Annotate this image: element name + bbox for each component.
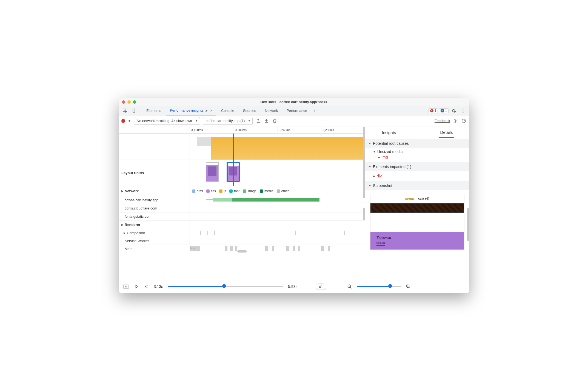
preview-gap (370, 213, 464, 232)
export-icon[interactable] (255, 118, 261, 123)
host-label[interactable]: coffee-cart.netlify.app (119, 196, 190, 204)
message-icon: = (441, 109, 444, 112)
main-task[interactable] (265, 246, 268, 251)
collapse-sidebar-icon[interactable]: › (361, 198, 365, 208)
main-task[interactable] (293, 246, 295, 251)
tab-console[interactable]: Console (217, 106, 238, 115)
chevron-right-icon: ▶ (121, 223, 124, 226)
record-menu-icon[interactable]: ▼ (128, 119, 131, 123)
legend-item: css (206, 189, 216, 193)
root-causes-header[interactable]: ▼ Potential root causes (365, 139, 469, 148)
swatch-css (206, 189, 210, 193)
playback-end: 5.93s (288, 284, 297, 289)
errors-badge[interactable]: × 1 (429, 108, 438, 113)
long-task-block[interactable] (211, 137, 365, 160)
import-icon[interactable] (264, 118, 269, 123)
compositor-row: ▶ Compositor (119, 229, 365, 237)
screenshot-header[interactable]: ▼ Screenshot (365, 181, 469, 190)
panel-settings-icon[interactable] (453, 118, 458, 123)
frame-tick (295, 231, 296, 235)
time-ruler[interactable]: 3,160ms 3,200ms 3,240ms 3,280ms (119, 126, 365, 134)
tasks-track (119, 134, 365, 160)
ruler-tick: 3,280ms (321, 126, 365, 133)
main-task[interactable] (321, 246, 324, 251)
tab-sources[interactable]: Sources (239, 106, 260, 115)
horizontal-scrollbar[interactable] (237, 250, 247, 253)
throttling-dropdown[interactable]: No network throttling, 4× slowdown (134, 117, 200, 125)
help-icon[interactable] (461, 118, 467, 123)
zoom-in-icon[interactable] (406, 284, 411, 289)
request-bar[interactable] (232, 198, 319, 202)
main-content: 3,160ms 3,200ms 3,240ms 3,280ms Layo (119, 126, 469, 280)
play-icon[interactable] (134, 284, 139, 289)
root-causes-section: ▼ Potential root causes ▼ Unsized media … (365, 139, 469, 162)
main-task[interactable] (286, 246, 289, 251)
feedback-link[interactable]: Feedback (435, 119, 450, 123)
element-link[interactable]: img (382, 155, 388, 159)
unsized-tag-item[interactable]: ▶ img (373, 154, 466, 160)
swatch-html (192, 189, 195, 193)
task-pre-segment (197, 137, 211, 146)
layout-shift-thumb[interactable] (206, 162, 219, 182)
tab-network[interactable]: Network (261, 106, 282, 115)
device-toggle-icon[interactable] (130, 107, 138, 114)
close-tab-icon[interactable]: × (210, 108, 212, 113)
preview-toggle-icon[interactable] (123, 284, 129, 289)
tab-performance-insights[interactable]: Performance insights × (166, 106, 216, 115)
preview-menu-link: menu (405, 196, 414, 201)
network-label[interactable]: ▶ Network (119, 186, 190, 196)
record-button[interactable] (121, 119, 125, 123)
host-label[interactable]: fonts.gstatic.com (119, 212, 190, 220)
zoom-slider[interactable] (357, 286, 401, 287)
messages-badge[interactable]: = 1 (439, 108, 449, 113)
chevron-down-icon: ▼ (369, 142, 371, 145)
chevron-down-icon: ▼ (373, 150, 376, 153)
tab-performance[interactable]: Performance (283, 106, 311, 115)
svg-point-6 (125, 286, 127, 287)
network-track-header: ▶ Network html css js font image media o… (119, 186, 365, 196)
settings-icon[interactable] (450, 107, 458, 114)
main-task[interactable]: R... (190, 246, 200, 251)
details-tab[interactable]: Details (439, 127, 454, 138)
kebab-icon[interactable]: ⋮ (459, 107, 467, 115)
rewind-icon[interactable] (144, 284, 149, 289)
main-task[interactable] (230, 246, 233, 251)
playhead-marker[interactable] (233, 134, 234, 186)
screenshot-section: ▼ Screenshot menu cart (0) Espresso $10.… (365, 181, 469, 254)
host-label[interactable]: cdnjs.cloudflare.com (119, 204, 190, 212)
renderer-label[interactable]: ▶ Renderer (119, 221, 190, 229)
preview-product-price: $10.00 (376, 241, 385, 246)
tab-elements[interactable]: Elements (142, 106, 165, 115)
vertical-scrollbar[interactable] (467, 140, 469, 280)
more-tabs-icon[interactable]: » (312, 107, 317, 114)
impacted-tag-item[interactable]: ▶ div (373, 173, 466, 179)
zoom-out-icon[interactable] (347, 284, 352, 289)
target-dropdown[interactable]: coffee-cart.netlify.app (1) (203, 117, 253, 125)
legend-item: other (277, 189, 289, 193)
delete-icon[interactable] (272, 118, 277, 123)
main-task[interactable] (272, 246, 274, 251)
preview-product-name: Espresso (376, 236, 458, 240)
unsized-media-item[interactable]: ▼ Unsized media (373, 149, 466, 154)
elements-impacted-section: ▼ Elements impacted (1) ▶ div (365, 162, 469, 181)
network-host-row: cdnjs.cloudflare.com (119, 204, 365, 212)
speed-pill[interactable]: x1 (316, 284, 327, 290)
main-task[interactable] (235, 246, 237, 251)
insights-tab[interactable]: Insights (381, 127, 397, 138)
inspect-icon[interactable] (121, 107, 129, 114)
compositor-label[interactable]: ▶ Compositor (119, 229, 190, 237)
main-label[interactable]: Main (119, 245, 190, 253)
service-worker-label[interactable]: Service Worker (119, 237, 190, 245)
elements-impacted-header[interactable]: ▼ Elements impacted (1) (365, 162, 469, 171)
main-task[interactable] (225, 246, 228, 251)
main-task[interactable] (328, 246, 330, 251)
playback-start: 3.13s (154, 284, 163, 289)
frame-tick (207, 231, 208, 235)
network-host-row: coffee-cart.netlify.app (119, 196, 365, 204)
main-task[interactable] (298, 246, 300, 251)
playback-slider[interactable] (168, 286, 283, 287)
element-link[interactable]: div (377, 174, 382, 178)
svg-line-9 (350, 287, 352, 288)
panel-tabbar: Elements Performance insights × Console … (119, 106, 469, 115)
request-bar[interactable] (213, 198, 232, 202)
